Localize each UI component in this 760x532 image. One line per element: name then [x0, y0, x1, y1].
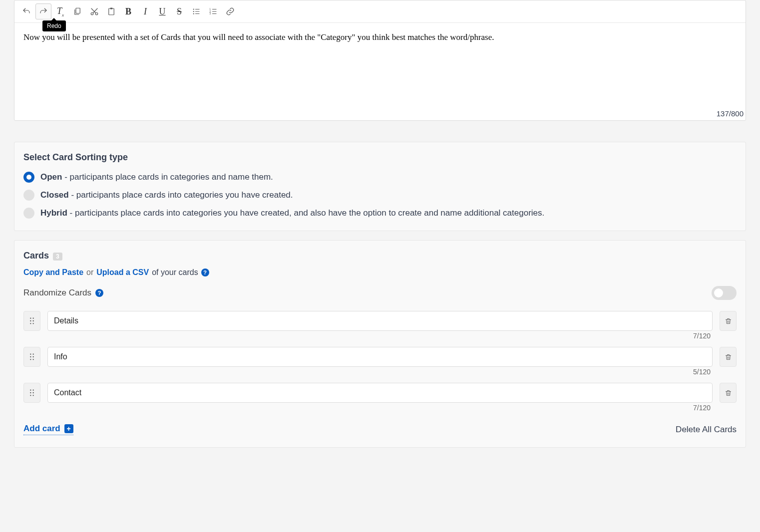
svg-point-14	[33, 320, 34, 321]
card-input[interactable]	[47, 311, 713, 331]
svg-point-16	[33, 323, 34, 324]
upload-csv-link[interactable]: Upload a CSV	[96, 268, 149, 277]
card-char-count: 7/120	[23, 332, 737, 340]
sorting-option-closed[interactable]: Closed - participants place cards into c…	[23, 190, 737, 201]
delete-card-button[interactable]	[720, 347, 737, 367]
svg-point-25	[30, 392, 31, 393]
clear-formatting-button[interactable]: Tx	[52, 3, 68, 19]
svg-point-18	[33, 354, 34, 355]
sorting-type-panel: Select Card Sorting type Open - particip…	[14, 142, 746, 231]
bold-button[interactable]: B	[120, 3, 136, 19]
svg-point-15	[30, 323, 31, 324]
plus-icon: +	[64, 424, 73, 433]
svg-point-26	[33, 392, 34, 393]
svg-point-13	[30, 320, 31, 321]
undo-button[interactable]	[18, 3, 34, 19]
toggle-knob	[713, 287, 724, 298]
svg-point-6	[193, 11, 194, 12]
drag-handle-icon[interactable]	[23, 383, 40, 403]
svg-point-11	[30, 318, 31, 319]
card-input[interactable]	[47, 383, 713, 403]
card-char-count: 5/120	[23, 368, 737, 376]
radio-icon	[23, 208, 34, 219]
radio-icon	[23, 172, 34, 183]
cards-panel: Cards 3 Copy and Paste or Upload a CSV o…	[14, 240, 746, 448]
copy-paste-link[interactable]: Copy and Paste	[23, 268, 83, 277]
editor-text: Now you will be presented with a set of …	[23, 32, 494, 42]
editor-content[interactable]: Now you will be presented with a set of …	[14, 23, 746, 120]
bullet-list-button[interactable]	[188, 3, 204, 19]
randomize-label: Randomize Cards	[23, 288, 91, 298]
helper-or: or	[86, 268, 93, 277]
svg-text:3: 3	[210, 12, 211, 15]
card-row: 5/120	[23, 347, 737, 376]
svg-point-24	[33, 390, 34, 391]
svg-point-12	[33, 318, 34, 319]
svg-point-23	[30, 390, 31, 391]
radio-icon	[23, 190, 34, 201]
description-editor: Tx B I U S 123 Redo	[14, 0, 746, 121]
drag-handle-icon[interactable]	[23, 347, 40, 367]
svg-point-19	[30, 356, 31, 357]
card-row: 7/120	[23, 383, 737, 412]
strikethrough-button[interactable]: S	[171, 3, 187, 19]
svg-rect-3	[109, 8, 114, 15]
cut-button[interactable]	[86, 3, 102, 19]
svg-rect-0	[76, 8, 80, 13]
svg-point-17	[30, 354, 31, 355]
delete-all-cards-button[interactable]: Delete All Cards	[676, 425, 737, 435]
svg-rect-4	[110, 8, 113, 9]
cards-count-badge: 3	[53, 253, 62, 261]
randomize-toggle[interactable]	[712, 286, 737, 300]
svg-point-27	[30, 395, 31, 396]
delete-card-button[interactable]	[720, 311, 737, 331]
sorting-option-open[interactable]: Open - participants place cards in categ…	[23, 172, 737, 183]
svg-point-5	[193, 8, 194, 9]
svg-point-21	[30, 359, 31, 360]
delete-card-button[interactable]	[720, 383, 737, 403]
cards-heading: Cards	[23, 251, 49, 261]
add-card-button[interactable]: Add card +	[23, 424, 73, 435]
svg-point-22	[33, 359, 34, 360]
redo-button[interactable]	[35, 3, 51, 19]
paste-button[interactable]	[103, 3, 119, 19]
underline-button[interactable]: U	[154, 3, 170, 19]
helper-suffix: of your cards	[152, 268, 198, 277]
editor-char-count: 137/800	[717, 108, 744, 120]
svg-point-7	[193, 13, 194, 14]
card-input[interactable]	[47, 347, 713, 367]
help-icon[interactable]: ?	[95, 289, 103, 297]
link-button[interactable]	[222, 3, 238, 19]
editor-toolbar: Tx B I U S 123 Redo	[14, 0, 746, 23]
sorting-heading: Select Card Sorting type	[23, 152, 737, 163]
card-row: 7/120	[23, 311, 737, 340]
drag-handle-icon[interactable]	[23, 311, 40, 331]
italic-button[interactable]: I	[137, 3, 153, 19]
numbered-list-button[interactable]: 123	[205, 3, 221, 19]
svg-point-28	[33, 395, 34, 396]
help-icon[interactable]: ?	[201, 268, 209, 276]
card-char-count: 7/120	[23, 404, 737, 412]
sorting-option-hybrid[interactable]: Hybrid - participants place cards into c…	[23, 208, 737, 219]
svg-point-20	[33, 356, 34, 357]
copy-button[interactable]	[69, 3, 85, 19]
